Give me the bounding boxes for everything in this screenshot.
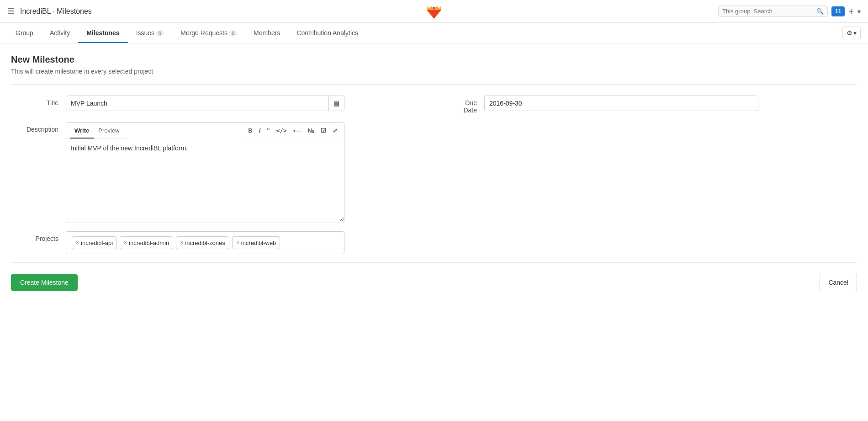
project-tag[interactable]: ×incredibl-api <box>72 236 117 249</box>
subnav-item-contribution-analytics[interactable]: Contribution Analytics <box>288 23 366 43</box>
badge-issues: 0 <box>156 30 164 37</box>
projects-label: Projects <box>11 231 66 242</box>
app-page: Milestones <box>57 7 91 15</box>
title-input-wrapper: ▦ <box>66 96 344 111</box>
subnav-item-activity[interactable]: Activity <box>42 23 78 43</box>
search-box[interactable]: 🔍 <box>718 5 828 17</box>
sub-nav: GroupActivityMilestonesIssues0Merge Requ… <box>0 23 868 43</box>
subnav-item-merge-requests[interactable]: Merge Requests0 <box>172 23 245 43</box>
numbered-list-button[interactable]: № <box>306 126 317 135</box>
badge-merge requests: 0 <box>229 30 237 37</box>
due-date-label: Due Date <box>439 96 484 114</box>
settings-caret-icon: ▾ <box>853 29 857 37</box>
remove-project-icon[interactable]: × <box>180 240 183 246</box>
sub-nav-right: ⚙ ▾ <box>842 27 861 43</box>
cancel-button[interactable]: Cancel <box>820 274 857 291</box>
form-footer: Create Milestone Cancel <box>11 262 857 291</box>
page-title: New Milestone <box>11 54 857 65</box>
nav-right: 🔍 11 + ▾ <box>718 5 861 17</box>
title-input[interactable] <box>66 96 328 111</box>
create-milestone-button[interactable]: Create Milestone <box>11 274 78 291</box>
gear-icon: ⚙ <box>847 29 852 37</box>
plus-button[interactable]: + <box>848 7 854 16</box>
write-tab[interactable]: Write <box>70 123 94 139</box>
description-toolbar: B I " </> •— № ☑ ⤢ <box>242 123 344 138</box>
project-tag-label: incredibl-api <box>81 240 113 246</box>
project-tag[interactable]: ×incredibl-web <box>232 236 281 249</box>
divider <box>11 84 857 85</box>
title-field: ▦ <box>66 96 439 111</box>
task-list-button[interactable]: ☑ <box>319 126 328 135</box>
project-tag-label: incredibl-admin <box>129 240 169 246</box>
description-wrapper: Write Preview B I " </> •— № ☑ ⤢ <box>66 122 344 223</box>
preview-tab[interactable]: Preview <box>94 123 124 139</box>
fox-logo <box>426 3 442 20</box>
remove-project-icon[interactable]: × <box>76 240 79 246</box>
main-content: New Milestone This will create milestone… <box>0 43 868 302</box>
search-input[interactable] <box>722 8 815 15</box>
projects-field: ×incredibl-api×incredibl-admin×incredibl… <box>66 231 857 254</box>
logo-container <box>426 3 442 20</box>
settings-button[interactable]: ⚙ ▾ <box>842 27 861 39</box>
code-button[interactable]: </> <box>274 126 288 135</box>
search-icon: 🔍 <box>816 8 824 15</box>
quote-button[interactable]: " <box>265 126 271 135</box>
title-row: Title ▦ Due Date <box>11 96 857 114</box>
page-subtitle: This will create milestone in every sele… <box>11 68 857 75</box>
app-name: IncrediBL <box>20 7 51 15</box>
due-date-field <box>484 96 857 111</box>
title-icon[interactable]: ▦ <box>328 96 344 111</box>
bullet-list-button[interactable]: •— <box>291 126 303 135</box>
subnav-items: GroupActivityMilestonesIssues0Merge Requ… <box>7 23 366 43</box>
subnav-item-group[interactable]: Group <box>7 23 42 43</box>
hamburger-icon[interactable]: ☰ <box>7 6 15 16</box>
projects-row: Projects ×incredibl-api×incredibl-admin×… <box>11 231 857 254</box>
description-field: Write Preview B I " </> •— № ☑ ⤢ <box>66 122 857 223</box>
subnav-item-issues[interactable]: Issues0 <box>128 23 173 43</box>
bold-button[interactable]: B <box>246 126 254 135</box>
description-tabs: Write Preview <box>66 123 128 139</box>
description-row: Description Write Preview B I " </> •— № <box>11 122 857 223</box>
project-tag[interactable]: ×incredibl-zones <box>176 236 229 249</box>
project-tag-label: incredibl-zones <box>185 240 225 246</box>
separator: · <box>53 7 57 15</box>
subnav-item-milestones[interactable]: Milestones <box>78 23 127 43</box>
project-tag[interactable]: ×incredibl-admin <box>120 236 173 249</box>
notifications-button[interactable]: 11 <box>831 6 845 16</box>
title-label: Title <box>11 96 66 107</box>
description-textarea[interactable] <box>66 139 344 221</box>
due-date-input[interactable] <box>484 96 758 111</box>
remove-project-icon[interactable]: × <box>124 240 127 246</box>
italic-button[interactable]: I <box>257 126 263 135</box>
top-nav: ☰ IncrediBL · Milestones <box>0 0 868 23</box>
description-label: Description <box>11 122 66 133</box>
subnav-item-members[interactable]: Members <box>245 23 288 43</box>
remove-project-icon[interactable]: × <box>236 240 239 246</box>
projects-wrapper[interactable]: ×incredibl-api×incredibl-admin×incredibl… <box>66 231 344 254</box>
app-title: IncrediBL · Milestones <box>20 7 92 16</box>
fullscreen-button[interactable]: ⤢ <box>331 126 339 135</box>
project-tag-label: incredibl-web <box>241 240 276 246</box>
description-tabs-row: Write Preview B I " </> •— № ☑ ⤢ <box>66 123 344 139</box>
user-menu-caret[interactable]: ▾ <box>857 8 861 15</box>
